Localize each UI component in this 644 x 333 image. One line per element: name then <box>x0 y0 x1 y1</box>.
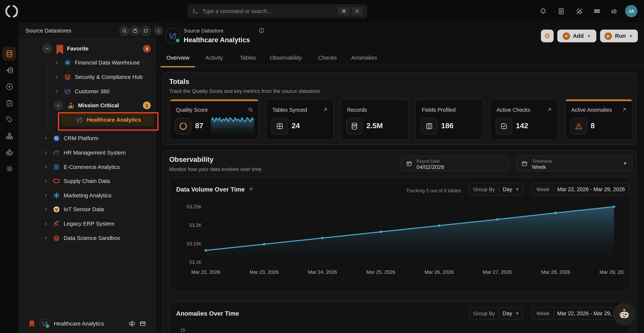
chart-title: Data Volume Over Time <box>176 186 253 193</box>
chevron-down-icon: ▼ <box>516 311 519 315</box>
sidebar-item-data-science-sandbox[interactable]: Data Science Sandbox <box>18 231 156 245</box>
sidebar-item-security-compliance-hub[interactable]: Security & Compliance Hub <box>18 70 156 84</box>
chevron-right-icon[interactable] <box>42 164 49 170</box>
clipboard-check-icon <box>5 99 13 107</box>
rail-item-enrichment-datastores[interactable] <box>2 64 16 77</box>
release-notes-icon[interactable] <box>557 8 565 15</box>
rail-item-lineage[interactable] <box>2 129 16 143</box>
tab-anomalies[interactable]: Anomalies <box>345 55 383 66</box>
sidebar-item-supply-chain-data[interactable]: Supply Chain Data <box>18 174 156 188</box>
sqlserver-icon <box>52 220 60 228</box>
metric-card-quality-score[interactable]: Quality Score87 <box>169 99 259 140</box>
chevron-right-icon[interactable] <box>42 135 49 142</box>
group-by-select[interactable]: Group By Day ▼ <box>468 183 523 196</box>
svg-text:Mar 27, 2026: Mar 27, 2026 <box>483 269 512 275</box>
chevron-right-icon[interactable] <box>54 88 60 95</box>
play-icon: ▶ <box>605 32 612 40</box>
sidebar-item-financial-data-warehouse[interactable]: Financial Data Warehouse <box>18 56 156 70</box>
metric-card-active-anomalies[interactable]: Active Anomalies8 <box>565 99 633 140</box>
tab-overview[interactable]: Overview <box>161 55 195 66</box>
svg-text:Mar 24, 2026: Mar 24, 2026 <box>308 269 337 275</box>
metric-card-fields-profiled[interactable]: Fields Profiled186 <box>415 99 483 140</box>
rail-item-tags[interactable] <box>2 113 16 127</box>
bookmark-panel-icon[interactable] <box>130 26 140 36</box>
rename-icon[interactable] <box>128 320 136 327</box>
rail-item-source-datastores[interactable] <box>2 47 16 61</box>
sidebar-item-marketing-analytics[interactable]: Marketing Analytics <box>18 188 156 202</box>
user-avatar[interactable]: JA <box>625 5 638 17</box>
report-date-field[interactable]: Report Date 04/02/2026 <box>401 156 509 171</box>
arrow-up-right-icon[interactable] <box>622 107 627 113</box>
sidebar-item-customer-360[interactable]: Customer 360 <box>18 84 156 98</box>
timeframe-select[interactable]: Timeframe Week ▼ <box>516 156 632 171</box>
arrow-up-right-icon[interactable] <box>322 107 328 113</box>
rail-item-checks[interactable] <box>2 96 16 110</box>
refresh-icon[interactable] <box>140 26 151 36</box>
shortcut-k-key: K <box>352 7 363 15</box>
chevron-right-icon[interactable] <box>42 206 49 213</box>
sidebar-item-legacy-erp-system[interactable]: Legacy ERP System <box>18 217 156 231</box>
metric-card-tables-synced[interactable]: Tables Synced24 <box>266 99 334 140</box>
sidebar-item-favorite[interactable]: Favorite4 <box>18 42 156 56</box>
chart-title: Anomalies Over Time <box>176 310 239 317</box>
metric-card-active-checks[interactable]: Active Checks142 <box>490 99 558 140</box>
datastore-type-label: Source Datastore <box>184 28 224 34</box>
metric-card-records[interactable]: Records2.5M <box>340 99 409 140</box>
chevron-right-icon[interactable] <box>42 220 49 227</box>
search-icon[interactable] <box>119 26 130 36</box>
main-content: Source Datastore Healthcare Analytics ⚙︎… <box>156 23 644 333</box>
sidebar-item-mission-critical[interactable]: Mission Critical1 <box>18 98 156 113</box>
notifications-bell-icon[interactable] <box>539 8 547 15</box>
postgresql-icon <box>64 87 72 95</box>
svg-text:Mar 23, 2026: Mar 23, 2026 <box>250 269 278 275</box>
open-link-icon[interactable] <box>248 186 254 192</box>
chevron-down-icon[interactable] <box>54 101 63 110</box>
tab-activity[interactable]: Activity <box>200 55 229 66</box>
rail-item-settings[interactable] <box>2 162 16 176</box>
sidebar-item-iot-sensor-data[interactable]: IoT Sensor Data <box>18 202 156 217</box>
qualytics-logo-icon[interactable] <box>4 4 19 19</box>
chevron-down-icon[interactable] <box>42 44 52 54</box>
chevron-right-icon[interactable] <box>42 235 49 241</box>
sidebar-item-crm-platform[interactable]: CRM Platform <box>18 131 156 146</box>
accent-bar <box>565 99 633 101</box>
quality-score-sparkline <box>211 116 254 136</box>
app-window: Type a command or search... ⌘ K JA Sourc… <box>0 0 644 333</box>
sidebar-item-hr-management-system[interactable]: HR Management System <box>18 146 156 160</box>
svg-text:53.25K: 53.25K <box>187 204 202 209</box>
week-range-select[interactable]: Week Mar 22, 2026 - Mar 29, 2026 <box>532 183 629 196</box>
rail-item-explore[interactable] <box>2 80 16 94</box>
chevron-right-icon[interactable] <box>42 149 49 156</box>
chevron-right-icon[interactable] <box>42 178 49 184</box>
settings-button[interactable]: ⚙︎ <box>541 30 554 42</box>
tab-tables[interactable]: Tables <box>234 55 262 66</box>
sidebar-item-e-commerce-analytics[interactable]: E-Commerce Analytics <box>18 160 156 174</box>
footer-datastore-label[interactable]: Healthcare Analytics <box>54 321 104 327</box>
tag-icon <box>5 116 13 124</box>
command-search-input[interactable]: Type a command or search... ⌘ K <box>187 4 367 18</box>
run-button[interactable]: ▶ Run ▼ <box>600 30 638 42</box>
bookmark-icon[interactable] <box>29 321 34 327</box>
panel-icon[interactable] <box>139 320 146 327</box>
sidebar-collapse-button[interactable] <box>154 26 163 35</box>
compass-icon <box>5 83 13 91</box>
ai-assistant-button[interactable] <box>613 303 636 325</box>
add-button[interactable]: + Add ▼ <box>557 30 596 42</box>
totals-section: Totals Track the Quality Score and key m… <box>162 72 637 145</box>
sidebar-item-healthcare-analytics[interactable]: Healthcare Analytics <box>18 113 156 127</box>
arrow-up-right-icon[interactable] <box>547 107 552 113</box>
observability-title: Observability <box>169 156 214 164</box>
chevron-right-icon[interactable] <box>54 74 60 80</box>
svg-text:53.15K: 53.15K <box>187 241 202 246</box>
tab-checks[interactable]: Checks <box>312 55 342 66</box>
search-icon[interactable] <box>248 107 254 113</box>
apps-grid-icon[interactable] <box>593 8 601 15</box>
rail-item-ai-assistant[interactable] <box>2 146 16 159</box>
chevron-right-icon[interactable] <box>42 192 49 198</box>
group-by-select[interactable]: Group By Day ▼ <box>468 307 523 320</box>
tab-observability[interactable]: Observability <box>264 55 308 66</box>
announcements-megaphone-icon[interactable] <box>610 8 618 15</box>
chevron-right-icon[interactable] <box>54 60 60 66</box>
info-icon[interactable] <box>259 28 264 33</box>
theme-toggle-icon[interactable] <box>576 8 583 15</box>
